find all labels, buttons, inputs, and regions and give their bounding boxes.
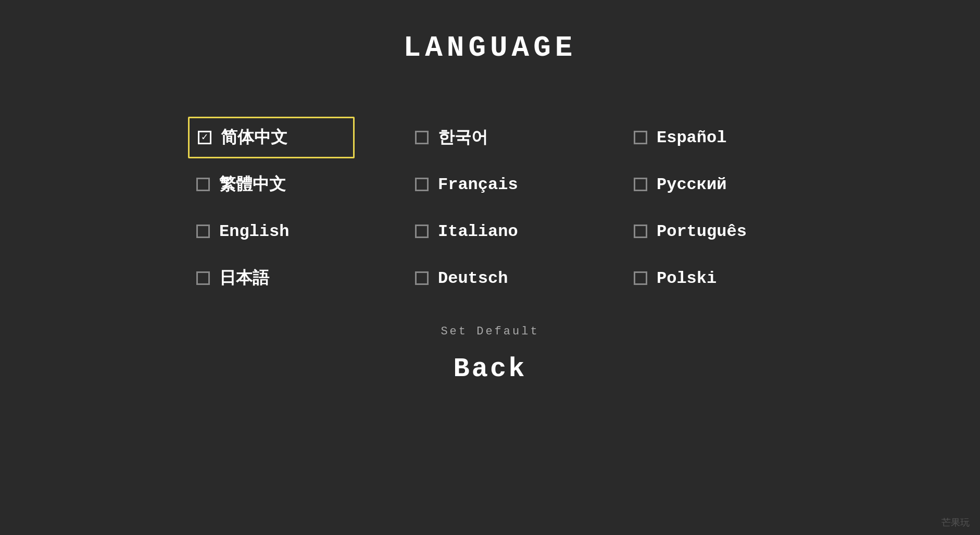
lang-checkbox-ru	[634, 178, 647, 191]
lang-label-ru: Русский	[657, 175, 726, 194]
lang-label-en: English	[219, 222, 289, 241]
lang-label-ja: 日本語	[219, 267, 269, 290]
lang-item-pl[interactable]: Polski	[625, 257, 792, 299]
lang-checkbox-pt	[634, 225, 647, 238]
lang-item-zh-cn[interactable]: ✓简体中文	[188, 117, 355, 158]
lang-item-pt[interactable]: Português	[625, 210, 792, 252]
lang-label-it: Italiano	[438, 222, 518, 241]
lang-item-ja[interactable]: 日本語	[188, 257, 355, 299]
lang-checkbox-en	[196, 225, 210, 238]
lang-label-de: Deutsch	[438, 269, 508, 288]
lang-checkbox-it	[415, 225, 429, 238]
lang-label-pt: Português	[657, 222, 747, 241]
lang-item-it[interactable]: Italiano	[407, 210, 573, 252]
lang-checkbox-ja	[196, 271, 210, 285]
lang-label-fr: Français	[438, 175, 518, 194]
lang-checkbox-fr	[415, 178, 429, 191]
lang-checkbox-zh-tw	[196, 178, 210, 191]
lang-checkbox-ko	[415, 131, 429, 144]
lang-label-pl: Polski	[657, 269, 717, 288]
lang-label-es: Español	[657, 128, 726, 147]
lang-item-en[interactable]: English	[188, 210, 355, 252]
checkmark-icon: ✓	[202, 132, 208, 143]
back-button[interactable]: Back	[454, 354, 527, 384]
page-title: LANGUAGE	[404, 31, 577, 65]
lang-checkbox-zh-cn: ✓	[198, 131, 211, 144]
set-default-button[interactable]: Set Default	[441, 325, 539, 338]
lang-item-fr[interactable]: Français	[407, 164, 573, 205]
lang-checkbox-pl	[634, 271, 647, 285]
lang-label-zh-cn: 简体中文	[221, 126, 287, 149]
lang-item-ko[interactable]: 한국어	[407, 117, 573, 158]
lang-item-es[interactable]: Español	[625, 117, 792, 158]
lang-checkbox-de	[415, 271, 429, 285]
language-grid: ✓简体中文한국어Español繁體中文FrançaisРусскийEnglis…	[188, 117, 792, 299]
lang-item-de[interactable]: Deutsch	[407, 257, 573, 299]
lang-label-zh-tw: 繁體中文	[219, 173, 286, 196]
lang-label-ko: 한국어	[438, 126, 488, 149]
lang-item-ru[interactable]: Русский	[625, 164, 792, 205]
lang-checkbox-es	[634, 131, 647, 144]
watermark: 芒果玩	[941, 516, 970, 529]
lang-item-zh-tw[interactable]: 繁體中文	[188, 164, 355, 205]
